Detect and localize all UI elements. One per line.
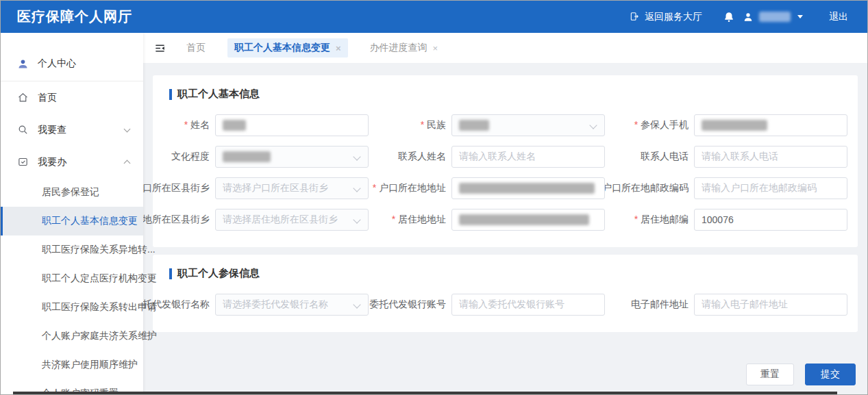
field-value: 100076 <box>702 214 734 225</box>
menu-fold-icon[interactable] <box>154 42 166 54</box>
sidebar-subitem-label: 个人账户家庭共济关系维护 <box>42 330 157 342</box>
return-doc-icon <box>629 11 641 23</box>
field-label: 委托代发银行账号 <box>363 298 446 311</box>
sidebar-item-personal-center[interactable]: 个人中心 <box>1 47 143 81</box>
input-field[interactable]: 请输入电子邮件地址 <box>694 294 847 316</box>
sidebar-subitem[interactable]: 共济账户使用顺序维护 <box>1 351 143 379</box>
field-label: 联系人电话 <box>641 151 689 163</box>
select-field[interactable]: 请选择居住地所在区县街乡 <box>215 209 369 231</box>
redacted-value <box>223 120 246 131</box>
redacted-value <box>459 183 595 194</box>
input-field[interactable]: 100076 <box>694 209 847 231</box>
main-content: 首页职工个人基本信息变更×办件进度查询× 职工个人基本信息 姓名民族参保人手机文… <box>143 33 867 394</box>
username-redacted <box>759 12 791 22</box>
field-label: 电子邮件地址 <box>631 298 689 311</box>
field-label: 户口所在地地址 <box>373 182 446 194</box>
sidebar-subitem[interactable]: 职工个人基本信息变更 <box>1 207 143 235</box>
tab-label: 职工个人基本信息变更 <box>234 42 330 54</box>
sidebar-menu: 首页我要查我要办居民参保登记职工个人基本信息变更职工医疗保险关系异地转...职工… <box>1 81 143 395</box>
redacted-value <box>459 120 489 131</box>
input-field[interactable] <box>694 114 847 136</box>
app-header: 医疗保障个人网厅 返回服务大厅 退出 <box>1 1 867 33</box>
app-window: 医疗保障个人网厅 返回服务大厅 退出 <box>0 0 868 395</box>
field-label: 户口所在地邮政编码 <box>602 182 689 194</box>
select-field[interactable] <box>451 114 605 136</box>
tab-label: 首页 <box>186 42 206 54</box>
sidebar-subitem[interactable]: 个人账户家庭共济关系维护 <box>1 322 143 351</box>
tab[interactable]: 首页 <box>179 38 212 58</box>
section-title: 职工个人基本信息 <box>169 88 846 101</box>
select-field[interactable] <box>215 146 369 168</box>
return-hall-label: 返回服务大厅 <box>645 11 702 23</box>
select-field[interactable]: 请选择户口所在区县街乡 <box>215 177 369 199</box>
insured-info-form: 委托代发银行名称请选择委托代发银行名称委托代发银行账号请输入委托代发银行账号电子… <box>169 294 846 316</box>
app-title: 医疗保障个人网厅 <box>17 8 132 26</box>
field-placeholder: 请选择户口所在区县街乡 <box>223 182 328 194</box>
tab-bar: 首页职工个人基本信息变更×办件进度查询× <box>143 33 867 63</box>
return-hall-button[interactable]: 返回服务大厅 <box>629 11 702 23</box>
field-label: 文化程度 <box>171 151 210 163</box>
field-label: 姓名 <box>184 119 210 131</box>
sidebar-subitem[interactable]: 职工个人定点医疗机构变更 <box>1 264 143 293</box>
page: 职工个人基本信息 姓名民族参保人手机文化程度联系人姓名请输入联系人姓名联系人电话… <box>143 63 867 385</box>
sidebar-subitem-label: 职工医疗保险关系异地转... <box>42 244 156 256</box>
sidebar-subitem[interactable]: 居民参保登记 <box>1 178 143 207</box>
redacted-value <box>223 151 271 162</box>
field-label: 居住地地址 <box>392 214 446 226</box>
header-right-group: 返回服务大厅 退出 <box>629 11 848 23</box>
sidebar-subitem-label: 共济账户使用顺序维护 <box>42 359 138 371</box>
input-field[interactable]: 请输入户口所在地邮政编码 <box>694 177 847 199</box>
input-field[interactable] <box>215 114 369 136</box>
tab-close-icon[interactable]: × <box>433 44 438 53</box>
sidebar-item-handle[interactable]: 我要办 <box>1 146 143 178</box>
form-actions: 重置 提交 <box>153 364 856 385</box>
tab[interactable]: 办件进度查询× <box>363 38 445 58</box>
home-icon <box>17 92 29 103</box>
bell-icon <box>723 11 735 23</box>
field-label: 民族 <box>421 119 446 131</box>
tabs: 首页职工个人基本信息变更×办件进度查询× <box>179 38 445 58</box>
input-field[interactable]: 请输入委托代发银行账号 <box>451 294 605 316</box>
input-field[interactable] <box>451 209 605 231</box>
tab-label: 办件进度查询 <box>370 42 427 54</box>
field-placeholder: 请输入户口所在地邮政编码 <box>702 182 817 194</box>
submit-button[interactable]: 提交 <box>805 364 856 385</box>
field-placeholder: 请选择委托代发银行名称 <box>223 298 328 311</box>
field-placeholder: 请输入联系人姓名 <box>459 151 536 163</box>
chevron-up-icon <box>124 160 131 167</box>
field-label: 参保人手机 <box>634 119 689 131</box>
sidebar-subitem-label: 职工个人基本信息变更 <box>42 215 138 227</box>
user-avatar-icon <box>742 11 754 23</box>
sidebar-item-home[interactable]: 首页 <box>1 81 143 114</box>
field-label: 户口所在区县街乡 <box>143 182 210 194</box>
reset-button[interactable]: 重置 <box>746 364 794 385</box>
field-label: 居住地所在区县街乡 <box>143 214 210 226</box>
tab-close-icon[interactable]: × <box>336 44 341 53</box>
tasks-icon <box>17 156 29 168</box>
field-placeholder: 请选择居住地所在区县街乡 <box>223 214 338 226</box>
basic-info-card: 职工个人基本信息 姓名民族参保人手机文化程度联系人姓名请输入联系人姓名联系人电话… <box>153 75 858 247</box>
field-placeholder: 请输入委托代发银行账号 <box>459 298 565 311</box>
input-field[interactable]: 请输入联系人姓名 <box>451 146 605 168</box>
sidebar-item-query[interactable]: 我要查 <box>1 114 143 146</box>
input-field[interactable] <box>451 177 605 199</box>
logout-button[interactable]: 退出 <box>829 11 848 23</box>
input-field[interactable]: 请输入联系人电话 <box>694 146 847 168</box>
search-icon <box>17 124 29 136</box>
sidebar: 个人中心 首页我要查我要办居民参保登记职工个人基本信息变更职工医疗保险关系异地转… <box>1 33 143 394</box>
tab[interactable]: 职工个人基本信息变更× <box>227 38 348 58</box>
notification-button[interactable] <box>723 11 735 23</box>
redacted-value <box>702 120 767 131</box>
sidebar-item-label: 个人中心 <box>38 58 76 70</box>
sidebar-item-label: 我要办 <box>38 156 66 168</box>
select-field[interactable]: 请选择委托代发银行名称 <box>215 294 369 316</box>
sidebar-subitem-label: 职工个人定点医疗机构变更 <box>42 272 157 285</box>
user-menu[interactable] <box>742 11 803 23</box>
sidebar-subitem[interactable]: 职工医疗保险关系转出申请 <box>1 293 143 322</box>
sidebar-subitem[interactable]: 职工医疗保险关系异地转... <box>1 235 143 264</box>
sidebar-subitem-label: 职工医疗保险关系转出申请 <box>42 301 157 314</box>
user-icon <box>17 58 29 70</box>
sidebar-subitem-label: 居民参保登记 <box>42 186 99 199</box>
caret-down-icon <box>797 15 803 18</box>
redacted-value <box>459 214 589 225</box>
